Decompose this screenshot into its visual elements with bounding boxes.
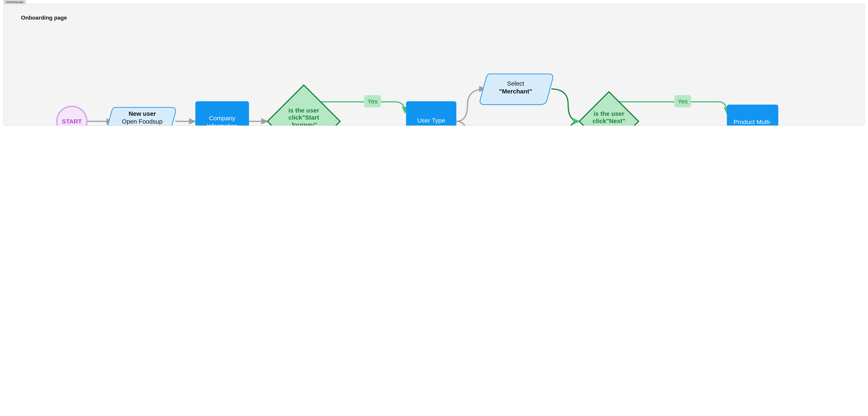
edge-utype-merchant xyxy=(456,89,485,121)
diagram-frame: Onboarding page xyxy=(3,4,865,126)
edge-merchant-d2 xyxy=(551,89,579,121)
svg-text:button: button xyxy=(599,125,619,126)
node-new-user-sub2: Mobile app xyxy=(127,125,157,126)
flowchart-svg: START New user Open Foodsup Mobile app C… xyxy=(4,4,864,126)
edge-utype-private xyxy=(456,121,485,126)
svg-text:Selection: Selection xyxy=(418,125,444,126)
svg-text:"Merchant": "Merchant" xyxy=(499,88,532,95)
node-company-info xyxy=(195,101,249,126)
svg-text:Yes: Yes xyxy=(368,98,378,105)
node-start-label: START xyxy=(62,118,82,125)
node-company-l1: Company xyxy=(209,115,236,122)
node-new-user-title: New user xyxy=(129,110,156,117)
svg-text:Yes: Yes xyxy=(678,98,688,105)
svg-text:User Type: User Type xyxy=(417,117,445,124)
svg-text:is the user: is the user xyxy=(593,110,624,117)
edge-private-d2 xyxy=(551,121,579,126)
svg-text:click"Start: click"Start xyxy=(288,114,319,121)
svg-text:is the user: is the user xyxy=(288,107,319,114)
tab-onboarding[interactable]: Onboarding page xyxy=(3,0,26,4)
node-new-user-sub1: Open Foodsup xyxy=(122,118,162,125)
svg-text:Select: Select xyxy=(507,80,524,87)
node-company-l2: Information xyxy=(207,123,238,126)
svg-text:Journey": Journey" xyxy=(290,121,317,126)
svg-text:Product Multi-: Product Multi- xyxy=(734,118,772,126)
svg-text:click"Next": click"Next" xyxy=(592,117,625,125)
